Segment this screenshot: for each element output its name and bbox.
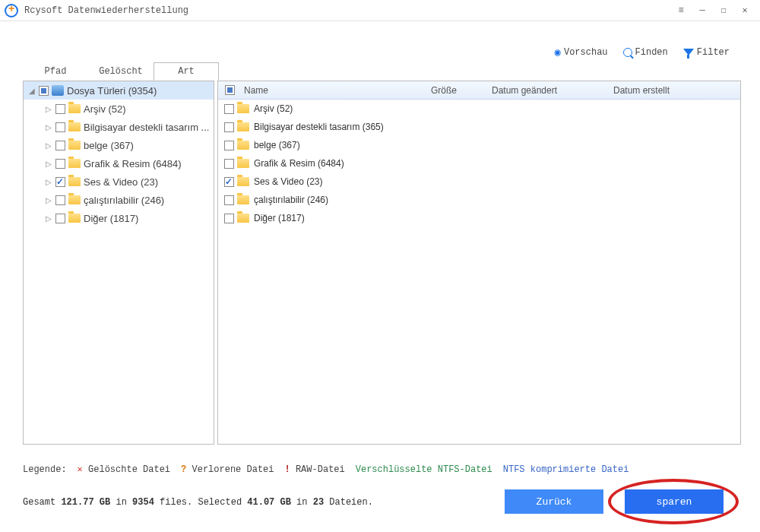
col-modified[interactable]: Datum geändert [492,85,613,96]
tab-path[interactable]: Pfad [23,62,88,81]
tree-item-label: Diğer (1817) [84,213,138,224]
expand-icon[interactable]: ▷ [45,160,52,168]
action-buttons: Zurück sparen [505,489,724,514]
folder-icon [237,195,249,204]
checkbox[interactable] [224,214,234,223]
legend-encrypted: Verschlüsselte NTFS-Datei [356,464,492,475]
legend-compressed: NTFS komprimierte Datei [503,464,629,475]
toolbar: ◉ Vorschau Finden Filter [555,46,730,59]
expand-icon[interactable]: ▷ [45,123,52,131]
close-button[interactable]: ✕ [734,2,755,20]
checkbox[interactable] [224,177,234,187]
checkbox[interactable] [55,195,65,205]
list-row[interactable]: Ses & Video (23) [218,173,740,191]
tree-item-label: belge (367) [84,140,134,151]
checkbox[interactable] [39,86,49,96]
legend-lost: Verlorene Datei [192,464,274,475]
collapse-icon[interactable]: ◢ [28,87,36,95]
list-row[interactable]: çalıştırılabilir (246) [218,191,740,209]
checkbox[interactable] [224,195,234,205]
filter-button[interactable]: Filter [683,47,730,58]
legend-raw: RAW-Datei [296,464,345,475]
search-icon [623,48,632,57]
checkbox[interactable] [224,104,234,114]
expand-icon[interactable]: ▷ [45,196,52,204]
tree-item[interactable]: ▷Arşiv (52) [24,100,214,118]
tree-item[interactable]: ▷Bilgisayar destekli tasarım ... [24,118,214,136]
col-size[interactable]: Größe [431,85,492,96]
find-button[interactable]: Finden [623,47,668,58]
legend-deleted: Gelöschte Datei [88,464,170,475]
checkbox[interactable] [55,122,65,132]
folder-icon [68,214,81,223]
find-label: Finden [635,47,668,58]
checkbox[interactable] [224,141,234,150]
checkbox[interactable] [55,141,65,150]
list-item-label: Arşiv (52) [254,103,293,114]
list-row[interactable]: belge (367) [218,136,740,154]
preview-label: Vorschau [564,47,608,58]
checkbox[interactable] [224,159,234,169]
preview-button[interactable]: ◉ Vorschau [555,46,608,59]
tab-deleted[interactable]: Gelöscht [88,62,154,81]
header-checkbox[interactable] [225,85,235,95]
folder-icon [237,177,249,186]
x-icon: ✕ [78,464,83,475]
tree-item-label: çalıştırılabilir (246) [84,195,164,206]
tree-pane: ◢ Dosya Türleri (9354) ▷Arşiv (52)▷Bilgi… [23,81,214,445]
folder-icon [237,214,249,223]
folder-icon [237,104,249,113]
status-bar: Gesamt 121.77 GB in 9354 files. Selected… [23,497,373,508]
expand-icon[interactable]: ▷ [45,214,52,223]
checkbox[interactable] [55,214,65,223]
legend: Legende: ✕ Gelöschte Datei ? Verlorene D… [23,464,629,475]
maximize-button[interactable]: ☐ [713,2,734,20]
checkbox[interactable] [55,159,65,169]
tree-root-label: Dosya Türleri (9354) [67,85,157,97]
col-created[interactable]: Datum erstellt [613,85,740,96]
tree-item[interactable]: ▷Diğer (1817) [24,209,214,227]
question-icon: ? [181,464,186,475]
tree-item[interactable]: ▷belge (367) [24,136,214,154]
checkbox[interactable] [55,104,65,114]
folder-icon [68,159,81,168]
tree-item-label: Arşiv (52) [84,103,126,115]
system-icon [52,85,64,96]
checkbox[interactable] [224,122,234,132]
eye-icon: ◉ [555,46,561,59]
tree-item[interactable]: ▷Ses & Video (23) [24,173,214,191]
list-header: Name Größe Datum geändert Datum erstellt [218,81,740,100]
col-name[interactable]: Name [241,85,431,96]
tree-item[interactable]: ▷çalıştırılabilir (246) [24,191,214,209]
back-button[interactable]: Zurück [505,489,603,514]
funnel-icon [683,49,694,55]
list-row[interactable]: Arşiv (52) [218,100,740,118]
folder-icon [237,159,249,168]
list-item-label: çalıştırılabilir (246) [254,195,328,205]
list-pane: Name Größe Datum geändert Datum erstellt… [217,81,741,445]
folder-icon [68,195,81,204]
minimize-button[interactable]: — [692,2,713,20]
tree-item-label: Bilgisayar destekli tasarım ... [84,122,209,133]
expand-icon[interactable]: ▷ [45,141,52,150]
menu-button[interactable]: ≡ [670,2,692,20]
tree-root[interactable]: ◢ Dosya Türleri (9354) [24,81,214,100]
list-row[interactable]: Bilgisayar destekli tasarım (365) [218,118,740,136]
folder-icon [237,141,249,150]
tabs: Pfad Gelöscht Art [23,62,219,81]
tree-item-label: Grafik & Resim (6484) [84,158,182,169]
list-item-label: Diğer (1817) [254,213,305,223]
expand-icon[interactable]: ▷ [45,178,52,186]
exclaim-icon: ! [285,464,290,475]
list-item-label: Bilgisayar destekli tasarım (365) [254,122,384,132]
list-row[interactable]: Grafik & Resim (6484) [218,154,740,173]
filter-label: Filter [697,47,730,58]
checkbox[interactable] [55,177,65,187]
expand-icon[interactable]: ▷ [45,105,52,113]
list-row[interactable]: Diğer (1817) [218,209,740,227]
tree-item[interactable]: ▷Grafik & Resim (6484) [24,154,214,173]
tab-type[interactable]: Art [154,62,219,81]
save-button[interactable]: sparen [625,489,724,514]
folder-icon [68,122,81,131]
list-item-label: Grafik & Resim (6484) [254,158,344,169]
